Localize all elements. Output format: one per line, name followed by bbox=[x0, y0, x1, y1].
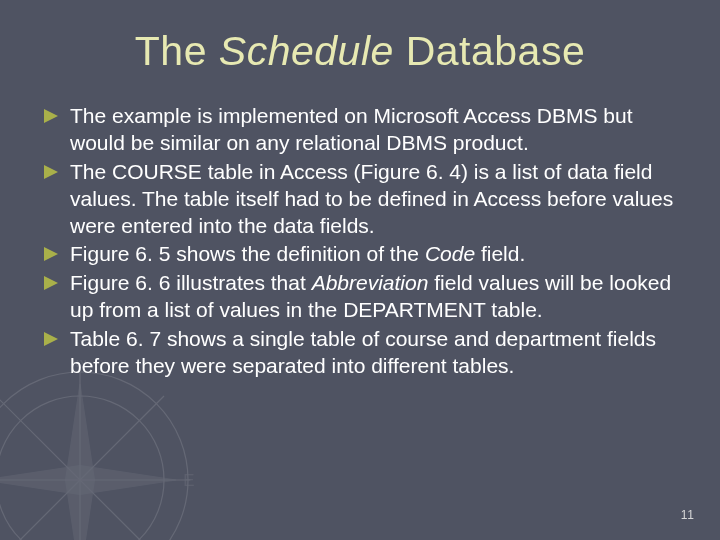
plain-text: Figure 6. 5 shows the definition of the bbox=[70, 242, 425, 265]
bullet-item: The example is implemented on Microsoft … bbox=[44, 103, 676, 157]
slide-title: The Schedule Database bbox=[44, 28, 676, 75]
svg-marker-16 bbox=[44, 332, 58, 346]
triangle-bullet-icon bbox=[44, 247, 58, 261]
bullet-item: Figure 6. 6 illustrates that Abbreviatio… bbox=[44, 270, 676, 324]
plain-text: Figure 6. 6 illustrates that bbox=[70, 271, 312, 294]
emphasis-text: Code bbox=[425, 242, 475, 265]
svg-marker-14 bbox=[44, 247, 58, 261]
triangle-bullet-icon bbox=[44, 165, 58, 179]
bullet-item: The COURSE table in Access (Figure 6. 4)… bbox=[44, 159, 676, 240]
triangle-bullet-icon bbox=[44, 109, 58, 123]
slide-container: The Schedule Database The example is imp… bbox=[0, 0, 720, 540]
bullet-text: The COURSE table in Access (Figure 6. 4)… bbox=[70, 160, 673, 237]
bullet-text: The example is implemented on Microsoft … bbox=[70, 104, 633, 154]
title-post: Database bbox=[394, 28, 585, 74]
svg-marker-12 bbox=[44, 109, 58, 123]
bullet-item: Table 6. 7 shows a single table of cours… bbox=[44, 326, 676, 380]
bullet-text: Figure 6. 5 shows the definition of the … bbox=[70, 242, 525, 265]
triangle-bullet-icon bbox=[44, 276, 58, 290]
bullet-list: The example is implemented on Microsoft … bbox=[44, 103, 676, 380]
triangle-bullet-icon bbox=[44, 332, 58, 346]
bullet-item: Figure 6. 5 shows the definition of the … bbox=[44, 241, 676, 268]
bullet-text: Figure 6. 6 illustrates that Abbreviatio… bbox=[70, 271, 671, 321]
emphasis-text: Abbreviation bbox=[312, 271, 429, 294]
title-emphasis: Schedule bbox=[219, 28, 394, 74]
plain-text: field. bbox=[475, 242, 525, 265]
plain-text: The example is implemented on Microsoft … bbox=[70, 104, 633, 154]
svg-marker-15 bbox=[44, 276, 58, 290]
svg-marker-13 bbox=[44, 165, 58, 179]
title-pre: The bbox=[135, 28, 219, 74]
page-number: 11 bbox=[681, 508, 694, 522]
bullet-text: Table 6. 7 shows a single table of cours… bbox=[70, 327, 656, 377]
plain-text: The COURSE table in Access (Figure 6. 4)… bbox=[70, 160, 673, 237]
plain-text: Table 6. 7 shows a single table of cours… bbox=[70, 327, 656, 377]
